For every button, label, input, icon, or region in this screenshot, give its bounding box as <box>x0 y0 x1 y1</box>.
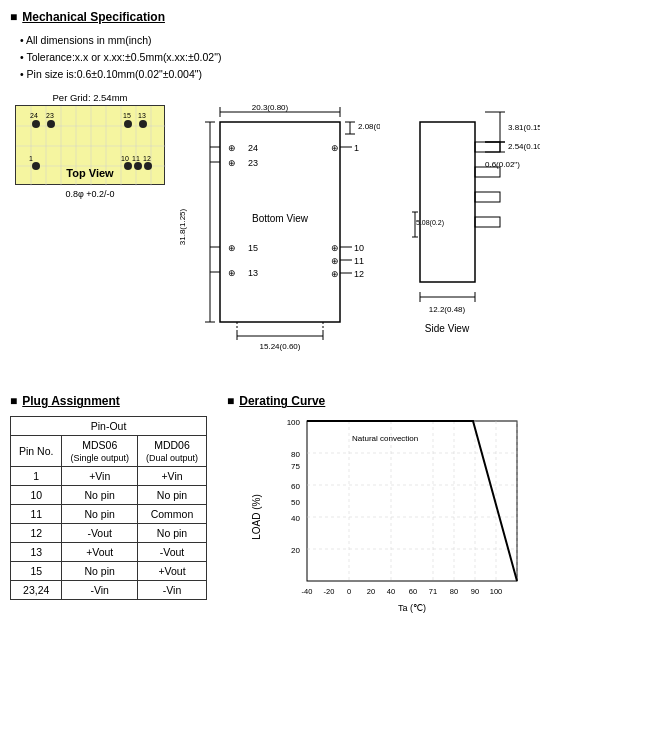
svg-point-19 <box>144 162 152 170</box>
svg-text:40: 40 <box>291 514 300 523</box>
cell-mdd: Common <box>137 505 206 524</box>
svg-text:Bottom View: Bottom View <box>252 213 309 224</box>
svg-text:11: 11 <box>354 256 364 266</box>
svg-rect-95 <box>307 421 517 581</box>
svg-text:12: 12 <box>143 155 151 162</box>
svg-text:⊕: ⊕ <box>331 243 339 253</box>
svg-point-12 <box>32 120 40 128</box>
svg-text:10: 10 <box>354 243 364 253</box>
svg-text:⊕: ⊕ <box>228 243 236 253</box>
svg-text:⊕: ⊕ <box>331 143 339 153</box>
svg-text:11: 11 <box>132 155 140 162</box>
top-view-container: Per Grid: 2.54mm <box>10 92 170 199</box>
svg-text:60: 60 <box>409 587 417 596</box>
cell-mdd: +Vin <box>137 467 206 486</box>
y-axis-label: LOAD (%) <box>251 495 262 541</box>
cell-pin: 12 <box>11 524 62 543</box>
diagrams-row: Per Grid: 2.54mm <box>10 92 660 374</box>
svg-point-16 <box>32 162 40 170</box>
pin-table: Pin-Out Pin No. MDS06(Single output) MDD… <box>10 416 207 600</box>
svg-text:20: 20 <box>367 587 375 596</box>
note-1: • All dimensions in mm(inch) <box>20 32 660 49</box>
cell-pin: 11 <box>11 505 62 524</box>
svg-rect-75 <box>475 192 500 202</box>
cell-mdd: No pin <box>137 486 206 505</box>
svg-text:⊕: ⊕ <box>331 256 339 266</box>
svg-text:Side View: Side View <box>425 323 470 334</box>
svg-rect-72 <box>420 122 475 282</box>
svg-text:-40: -40 <box>302 587 313 596</box>
table-row: 23,24 -Vin -Vin <box>11 581 207 600</box>
svg-point-14 <box>124 120 132 128</box>
svg-text:71: 71 <box>429 587 437 596</box>
cell-mdd: +Vout <box>137 562 206 581</box>
bv-sv-container: 20.3(0.80) 15.24(0.60) 31.8(1.25) 2 <box>180 92 660 374</box>
svg-text:10: 10 <box>121 155 129 162</box>
top-view-dim: 0.8φ +0.2/-0 <box>10 189 170 199</box>
col-mds06: MDS06(Single output) <box>62 436 138 467</box>
derating-chart-svg: 100 80 75 60 50 40 20 -40 -20 0 20 40 60… <box>272 416 532 616</box>
svg-text:13: 13 <box>248 268 258 278</box>
cell-mds: No pin <box>62 562 138 581</box>
svg-text:12: 12 <box>354 269 364 279</box>
top-view-grid: 24 23 15 13 1 10 11 12 Top View <box>15 105 165 185</box>
svg-text:⊕: ⊕ <box>331 269 339 279</box>
svg-rect-73 <box>475 142 500 152</box>
cell-pin: 13 <box>11 543 62 562</box>
table-row: 12 -Vout No pin <box>11 524 207 543</box>
svg-rect-76 <box>475 217 500 227</box>
derating-title: Derating Curve <box>227 394 660 408</box>
cell-mds: No pin <box>62 486 138 505</box>
svg-text:75: 75 <box>291 462 300 471</box>
svg-point-13 <box>47 120 55 128</box>
svg-text:23: 23 <box>46 112 54 119</box>
top-view-label: Top View <box>66 167 113 179</box>
mechanical-notes: • All dimensions in mm(inch) • Tolerance… <box>10 32 660 82</box>
svg-text:0: 0 <box>347 587 351 596</box>
svg-text:2.54(0.10): 2.54(0.10) <box>508 142 540 151</box>
cell-mdd: -Vout <box>137 543 206 562</box>
bottom-view: 20.3(0.80) 15.24(0.60) 31.8(1.25) 2 <box>180 92 380 374</box>
table-row: 11 No pin Common <box>11 505 207 524</box>
svg-text:15: 15 <box>123 112 131 119</box>
table-row: 1 +Vin +Vin <box>11 467 207 486</box>
table-row: 13 +Vout -Vout <box>11 543 207 562</box>
cell-mdd: No pin <box>137 524 206 543</box>
svg-text:Ta (℃): Ta (℃) <box>398 603 426 613</box>
cell-pin: 15 <box>11 562 62 581</box>
chart-wrapper: LOAD (%) 100 80 <box>272 416 660 618</box>
derating-line <box>307 421 517 581</box>
bottom-row: Plug Assignment Pin-Out Pin No. MDS06(Si… <box>10 394 660 618</box>
svg-point-15 <box>139 120 147 128</box>
plug-title: Plug Assignment <box>10 394 207 408</box>
svg-text:80: 80 <box>450 587 458 596</box>
svg-text:40: 40 <box>387 587 395 596</box>
svg-point-18 <box>134 162 142 170</box>
svg-text:5.08(0.2): 5.08(0.2) <box>416 219 444 227</box>
svg-text:1: 1 <box>354 143 359 153</box>
bottom-view-svg: 20.3(0.80) 15.24(0.60) 31.8(1.25) 2 <box>180 92 380 372</box>
side-view-svg: 3.81(0.15) 2.54(0.10) 0.6(0.02") 5.08(0.… <box>410 92 540 372</box>
col-pin-no: Pin No. <box>11 436 62 467</box>
svg-text:⊕: ⊕ <box>228 268 236 278</box>
svg-text:24: 24 <box>30 112 38 119</box>
table-row: 10 No pin No pin <box>11 486 207 505</box>
cell-mds: +Vin <box>62 467 138 486</box>
svg-text:3.81(0.15): 3.81(0.15) <box>508 123 540 132</box>
cell-pin: 1 <box>11 467 62 486</box>
natural-convection-label: Natural convection <box>352 434 418 443</box>
svg-text:100: 100 <box>490 587 503 596</box>
svg-text:50: 50 <box>291 498 300 507</box>
col-mdd06: MDD06(Dual output) <box>137 436 206 467</box>
mechanical-section: Mechanical Specification • All dimension… <box>10 10 660 374</box>
svg-text:⊕: ⊕ <box>228 143 236 153</box>
cell-mds: +Vout <box>62 543 138 562</box>
svg-text:12.2(0.48): 12.2(0.48) <box>429 305 466 314</box>
note-2: • Tolerance:x.x or x.xx:±0.5mm(x.xx:±0.0… <box>20 49 660 66</box>
cell-pin: 10 <box>11 486 62 505</box>
cell-mds: -Vin <box>62 581 138 600</box>
cell-mds: No pin <box>62 505 138 524</box>
cell-mds: -Vout <box>62 524 138 543</box>
table-row: 15 No pin +Vout <box>11 562 207 581</box>
svg-text:100: 100 <box>287 418 301 427</box>
